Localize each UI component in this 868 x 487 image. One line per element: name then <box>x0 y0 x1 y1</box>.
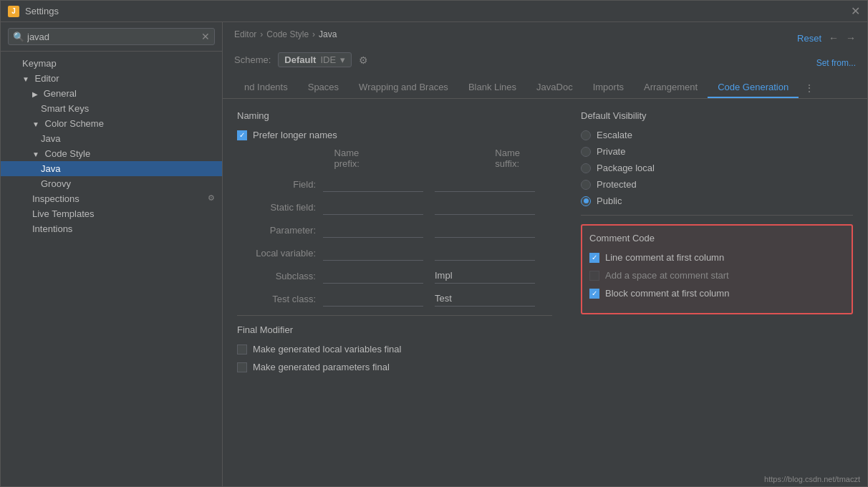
default-visibility-title: Default Visibility <box>581 110 853 121</box>
local-var-suffix-input[interactable] <box>435 245 535 261</box>
tabs-row: nd Indents Spaces Wrapping and Braces Bl… <box>234 77 856 98</box>
naming-title: Naming <box>237 110 552 121</box>
title-bar: J Settings ✕ <box>1 1 867 22</box>
tab-wrapping[interactable]: Wrapping and Braces <box>349 77 458 98</box>
test-class-suffix-input[interactable] <box>435 291 535 307</box>
sidebar-item-groovy[interactable]: Groovy <box>1 176 222 191</box>
gear-icon[interactable]: ⚙ <box>359 54 368 66</box>
sidebar-item-editor[interactable]: ▼ Editor <box>1 71 222 86</box>
block-comment-first-col-checkbox[interactable] <box>589 289 599 299</box>
tab-arrangement[interactable]: Arrangement <box>634 77 708 98</box>
parameter-suffix-input[interactable] <box>435 222 535 238</box>
settings-window: J Settings ✕ 🔍 ✕ Keymap ▼ Edi <box>0 0 868 487</box>
scheme-select[interactable]: Default IDE ▾ <box>278 52 352 67</box>
prefer-longer-names-checkbox[interactable] <box>237 130 247 140</box>
parameter-label: Parameter: <box>237 225 316 236</box>
tab-javadoc[interactable]: JavaDoc <box>526 77 583 98</box>
comment-code-title: Comment Code <box>589 233 844 244</box>
space-at-comment-checkbox[interactable] <box>589 271 599 281</box>
visibility-radio-group: Escalate Private Package local Prot <box>581 130 853 206</box>
subclass-prefix-input[interactable] <box>323 268 423 284</box>
breadcrumb: Editor › Code Style › Java <box>234 29 337 39</box>
sidebar-item-inspections[interactable]: Inspections ⚙ <box>1 191 222 206</box>
sidebar-item-label: Intentions <box>32 223 72 234</box>
watermark: https://blog.csdn.net/tmaczt <box>764 475 860 483</box>
space-at-comment-row: Add a space at comment start <box>589 270 844 281</box>
local-var-row: Local variable: <box>237 245 552 261</box>
public-radio[interactable] <box>581 196 591 206</box>
close-icon[interactable]: ✕ <box>851 4 860 18</box>
tabs-more-icon[interactable]: ⋮ <box>799 78 820 98</box>
parameter-prefix-input[interactable] <box>323 222 423 238</box>
tab-indents[interactable]: nd Indents <box>234 77 298 98</box>
sidebar: 🔍 ✕ Keymap ▼ Editor ▶ General <box>1 22 223 486</box>
tab-imports[interactable]: Imports <box>583 77 634 98</box>
space-at-comment-label: Add a space at comment start <box>605 270 729 281</box>
static-field-prefix-input[interactable] <box>323 199 423 215</box>
test-class-label: Test class: <box>237 294 316 304</box>
search-clear-icon[interactable]: ✕ <box>201 31 210 42</box>
search-wrap: 🔍 ✕ <box>8 28 215 45</box>
public-label: Public <box>597 196 622 206</box>
test-class-prefix-input[interactable] <box>323 291 423 307</box>
sidebar-item-label: Smart Keys <box>41 103 89 114</box>
escalate-radio[interactable] <box>581 130 591 140</box>
line-comment-first-col-row: Line comment at first column <box>589 252 844 263</box>
local-vars-final-label: Make generated local variables final <box>253 344 401 355</box>
subclass-suffix-input[interactable] <box>435 268 535 284</box>
forward-icon[interactable]: → <box>846 32 856 44</box>
sidebar-item-color-scheme[interactable]: ▼ Color Scheme <box>1 116 222 131</box>
package-local-row: Package local <box>581 163 853 173</box>
private-radio[interactable] <box>581 147 591 157</box>
static-field-row: Static field: <box>237 199 552 215</box>
sidebar-item-code-style[interactable]: ▼ Code Style <box>1 146 222 161</box>
field-suffix-input[interactable] <box>435 176 535 192</box>
prefer-longer-names-label: Prefer longer names <box>253 130 337 140</box>
sidebar-item-smart-keys[interactable]: Smart Keys <box>1 101 222 116</box>
static-field-suffix-input[interactable] <box>435 199 535 215</box>
arrow-icon: ▼ <box>22 75 29 83</box>
local-vars-final-row: Make generated local variables final <box>237 344 552 355</box>
static-field-label: Static field: <box>237 202 316 213</box>
sidebar-item-intentions[interactable]: Intentions <box>1 221 222 236</box>
sidebar-item-live-templates[interactable]: Live Templates <box>1 206 222 221</box>
search-input[interactable] <box>27 32 201 42</box>
local-var-prefix-input[interactable] <box>323 245 423 261</box>
params-final-checkbox[interactable] <box>237 362 247 372</box>
local-vars-final-checkbox[interactable] <box>237 344 247 355</box>
reset-button[interactable]: Reset <box>797 33 821 44</box>
sidebar-item-label: Editor <box>35 73 59 84</box>
inspections-badge: ⚙ <box>208 193 215 203</box>
protected-label: Protected <box>597 179 637 190</box>
set-from-link[interactable]: Set from... <box>816 58 856 68</box>
line-comment-first-col-label: Line comment at first column <box>605 252 724 263</box>
package-local-radio[interactable] <box>581 163 591 173</box>
params-final-row: Make generated parameters final <box>237 362 552 372</box>
tab-code-generation[interactable]: Code Generation <box>708 77 799 98</box>
sidebar-item-code-style-java[interactable]: Java <box>1 161 222 176</box>
private-row: Private <box>581 146 853 157</box>
arrow-icon: ▼ <box>32 150 39 158</box>
sidebar-item-color-scheme-java[interactable]: Java <box>1 131 222 146</box>
scheme-label: Scheme: <box>234 54 271 65</box>
right-panel: Editor › Code Style › Java Reset ← → <box>223 22 867 486</box>
scheme-type: IDE <box>320 54 336 65</box>
protected-row: Protected <box>581 179 853 190</box>
field-prefix-input[interactable] <box>323 176 423 192</box>
breadcrumb-editor: Editor <box>234 29 256 39</box>
name-suffix-label: Name suffix: <box>495 148 546 169</box>
comment-code-section: Comment Code Line comment at first colum… <box>581 224 853 314</box>
breadcrumb-java: Java <box>319 29 337 39</box>
protected-radio[interactable] <box>581 180 591 190</box>
main-content: 🔍 ✕ Keymap ▼ Editor ▶ General <box>1 22 867 486</box>
sidebar-item-label: Groovy <box>41 178 71 189</box>
line-comment-first-col-checkbox[interactable] <box>589 253 599 263</box>
tab-spaces[interactable]: Spaces <box>298 77 349 98</box>
back-icon[interactable]: ← <box>829 32 839 44</box>
sidebar-item-label: Java <box>41 163 60 174</box>
sidebar-item-keymap[interactable]: Keymap <box>1 56 222 71</box>
sidebar-item-general[interactable]: ▶ General <box>1 86 222 101</box>
subclass-label: Subclass: <box>237 271 316 281</box>
pair-group-headers: Name prefix: Name suffix: <box>334 148 552 169</box>
tab-blank-lines[interactable]: Blank Lines <box>458 77 526 98</box>
